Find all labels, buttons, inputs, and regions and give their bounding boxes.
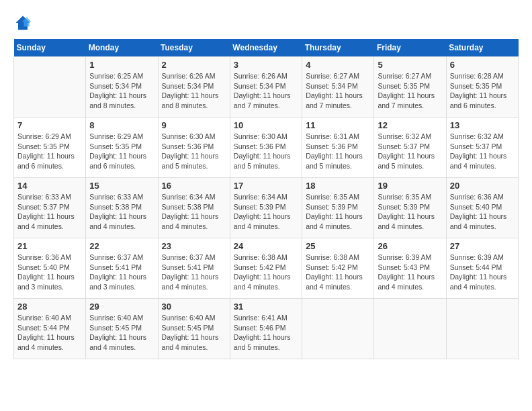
day-info: Sunrise: 6:25 AMSunset: 5:34 PMDaylight:…	[89, 71, 154, 111]
calendar-cell: 31Sunrise: 6:41 AMSunset: 5:46 PMDayligh…	[230, 299, 302, 359]
day-info: Sunrise: 6:37 AMSunset: 5:41 PMDaylight:…	[89, 253, 154, 292]
day-info: Sunrise: 6:26 AMSunset: 5:34 PMDaylight:…	[162, 71, 226, 111]
day-number: 5	[378, 60, 442, 70]
calendar-cell: 28Sunrise: 6:40 AMSunset: 5:44 PMDayligh…	[14, 299, 86, 359]
day-info: Sunrise: 6:30 AMSunset: 5:36 PMDaylight:…	[162, 132, 226, 171]
calendar-cell: 2Sunrise: 6:26 AMSunset: 5:34 PMDaylight…	[158, 57, 230, 118]
day-number: 26	[378, 241, 442, 251]
day-number: 29	[89, 302, 154, 312]
calendar-week-row: 1Sunrise: 6:25 AMSunset: 5:34 PMDaylight…	[14, 57, 519, 118]
calendar-week-row: 21Sunrise: 6:36 AMSunset: 5:40 PMDayligh…	[14, 238, 519, 299]
logo-icon	[13, 13, 32, 32]
day-info: Sunrise: 6:39 AMSunset: 5:44 PMDaylight:…	[450, 253, 515, 292]
calendar-cell: 30Sunrise: 6:40 AMSunset: 5:45 PMDayligh…	[158, 299, 230, 359]
calendar-cell: 24Sunrise: 6:38 AMSunset: 5:42 PMDayligh…	[230, 238, 302, 299]
day-info: Sunrise: 6:27 AMSunset: 5:34 PMDaylight:…	[306, 71, 370, 111]
day-number: 7	[17, 120, 82, 130]
calendar-cell: 16Sunrise: 6:34 AMSunset: 5:38 PMDayligh…	[158, 178, 230, 238]
day-info: Sunrise: 6:40 AMSunset: 5:45 PMDaylight:…	[89, 313, 154, 353]
day-info: Sunrise: 6:27 AMSunset: 5:35 PMDaylight:…	[378, 71, 442, 111]
day-number: 3	[234, 60, 298, 70]
calendar-cell: 6Sunrise: 6:28 AMSunset: 5:35 PMDaylight…	[446, 57, 518, 118]
day-number: 19	[378, 181, 442, 191]
day-info: Sunrise: 6:41 AMSunset: 5:46 PMDaylight:…	[234, 313, 298, 353]
calendar-cell: 20Sunrise: 6:36 AMSunset: 5:40 PMDayligh…	[446, 178, 518, 238]
calendar-cell: 25Sunrise: 6:38 AMSunset: 5:42 PMDayligh…	[302, 238, 374, 299]
day-info: Sunrise: 6:31 AMSunset: 5:36 PMDaylight:…	[306, 132, 370, 171]
calendar-cell: 27Sunrise: 6:39 AMSunset: 5:44 PMDayligh…	[446, 238, 518, 299]
day-info: Sunrise: 6:36 AMSunset: 5:40 PMDaylight:…	[17, 253, 82, 292]
calendar-cell: 21Sunrise: 6:36 AMSunset: 5:40 PMDayligh…	[14, 238, 86, 299]
weekday-header-wednesday: Wednesday	[230, 39, 302, 57]
weekday-header-row: SundayMondayTuesdayWednesdayThursdayFrid…	[14, 39, 519, 57]
day-number: 4	[306, 60, 370, 70]
day-number: 2	[162, 60, 226, 70]
calendar-cell: 19Sunrise: 6:35 AMSunset: 5:39 PMDayligh…	[374, 178, 446, 238]
calendar-cell: 23Sunrise: 6:37 AMSunset: 5:41 PMDayligh…	[158, 238, 230, 299]
day-number: 11	[306, 120, 370, 130]
weekday-header-sunday: Sunday	[14, 39, 86, 57]
calendar-cell: 9Sunrise: 6:30 AMSunset: 5:36 PMDaylight…	[158, 118, 230, 178]
calendar-cell: 17Sunrise: 6:34 AMSunset: 5:39 PMDayligh…	[230, 178, 302, 238]
day-info: Sunrise: 6:38 AMSunset: 5:42 PMDaylight:…	[306, 253, 370, 292]
day-info: Sunrise: 6:39 AMSunset: 5:43 PMDaylight:…	[378, 253, 442, 292]
day-number: 13	[450, 120, 515, 130]
calendar-cell: 18Sunrise: 6:35 AMSunset: 5:39 PMDayligh…	[302, 178, 374, 238]
day-number: 23	[162, 241, 226, 251]
calendar-cell: 14Sunrise: 6:33 AMSunset: 5:37 PMDayligh…	[14, 178, 86, 238]
calendar-cell: 3Sunrise: 6:26 AMSunset: 5:34 PMDaylight…	[230, 57, 302, 118]
calendar-cell: 8Sunrise: 6:29 AMSunset: 5:35 PMDaylight…	[86, 118, 158, 178]
day-number: 14	[17, 181, 82, 191]
day-number: 16	[162, 181, 226, 191]
day-info: Sunrise: 6:38 AMSunset: 5:42 PMDaylight:…	[234, 253, 298, 292]
calendar-week-row: 28Sunrise: 6:40 AMSunset: 5:44 PMDayligh…	[14, 299, 519, 359]
day-number: 8	[89, 120, 154, 130]
day-info: Sunrise: 6:35 AMSunset: 5:39 PMDaylight:…	[378, 192, 442, 232]
day-number: 21	[17, 241, 82, 251]
calendar-cell: 29Sunrise: 6:40 AMSunset: 5:45 PMDayligh…	[86, 299, 158, 359]
day-info: Sunrise: 6:26 AMSunset: 5:34 PMDaylight:…	[234, 71, 298, 111]
day-number: 9	[162, 120, 226, 130]
calendar-cell: 1Sunrise: 6:25 AMSunset: 5:34 PMDaylight…	[86, 57, 158, 118]
day-number: 6	[450, 60, 515, 70]
day-number: 30	[162, 302, 226, 312]
weekday-header-tuesday: Tuesday	[158, 39, 230, 57]
calendar-cell: 5Sunrise: 6:27 AMSunset: 5:35 PMDaylight…	[374, 57, 446, 118]
weekday-header-friday: Friday	[374, 39, 446, 57]
day-info: Sunrise: 6:36 AMSunset: 5:40 PMDaylight:…	[450, 192, 515, 232]
weekday-header-monday: Monday	[86, 39, 158, 57]
weekday-header-saturday: Saturday	[446, 39, 518, 57]
day-info: Sunrise: 6:32 AMSunset: 5:37 PMDaylight:…	[450, 132, 515, 171]
day-number: 10	[234, 120, 298, 130]
weekday-header-thursday: Thursday	[302, 39, 374, 57]
calendar-week-row: 14Sunrise: 6:33 AMSunset: 5:37 PMDayligh…	[14, 178, 519, 238]
calendar-cell: 10Sunrise: 6:30 AMSunset: 5:36 PMDayligh…	[230, 118, 302, 178]
calendar-table: SundayMondayTuesdayWednesdayThursdayFrid…	[13, 39, 519, 359]
day-info: Sunrise: 6:40 AMSunset: 5:45 PMDaylight:…	[162, 313, 226, 353]
day-number: 1	[89, 60, 154, 70]
day-number: 28	[17, 302, 82, 312]
day-info: Sunrise: 6:32 AMSunset: 5:37 PMDaylight:…	[378, 132, 442, 171]
day-number: 24	[234, 241, 298, 251]
day-number: 31	[234, 302, 298, 312]
calendar-cell: 4Sunrise: 6:27 AMSunset: 5:34 PMDaylight…	[302, 57, 374, 118]
day-info: Sunrise: 6:29 AMSunset: 5:35 PMDaylight:…	[17, 132, 82, 171]
day-number: 15	[89, 181, 154, 191]
day-number: 25	[306, 241, 370, 251]
calendar-cell: 15Sunrise: 6:33 AMSunset: 5:38 PMDayligh…	[86, 178, 158, 238]
day-number: 12	[378, 120, 442, 130]
calendar-cell	[374, 299, 446, 359]
logo	[13, 13, 35, 32]
day-info: Sunrise: 6:40 AMSunset: 5:44 PMDaylight:…	[17, 313, 82, 353]
day-info: Sunrise: 6:29 AMSunset: 5:35 PMDaylight:…	[89, 132, 154, 171]
calendar-cell	[14, 57, 86, 118]
day-info: Sunrise: 6:28 AMSunset: 5:35 PMDaylight:…	[450, 71, 515, 111]
calendar-cell: 7Sunrise: 6:29 AMSunset: 5:35 PMDaylight…	[14, 118, 86, 178]
day-number: 22	[89, 241, 154, 251]
day-number: 18	[306, 181, 370, 191]
day-number: 20	[450, 181, 515, 191]
calendar-cell: 22Sunrise: 6:37 AMSunset: 5:41 PMDayligh…	[86, 238, 158, 299]
calendar-cell	[302, 299, 374, 359]
calendar-cell: 12Sunrise: 6:32 AMSunset: 5:37 PMDayligh…	[374, 118, 446, 178]
day-info: Sunrise: 6:35 AMSunset: 5:39 PMDaylight:…	[306, 192, 370, 232]
